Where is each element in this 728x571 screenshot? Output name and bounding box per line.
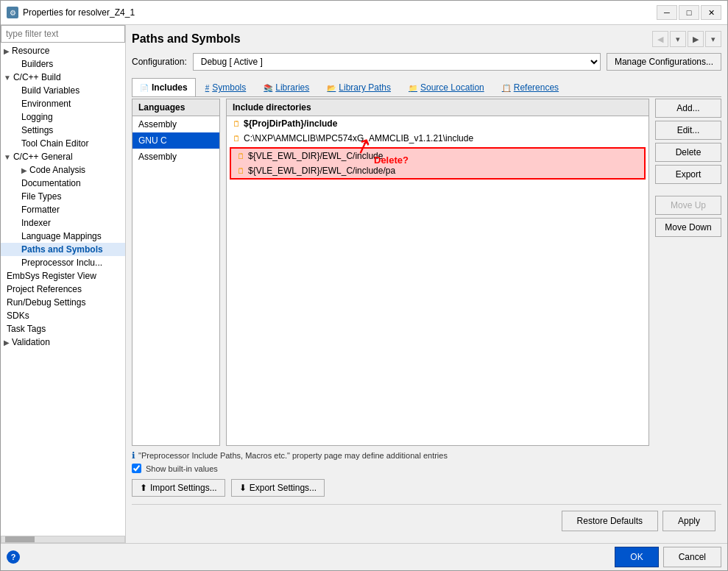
libraries-tab-icon: 📚 xyxy=(264,84,272,92)
panel-title: Paths and Symbols xyxy=(132,32,241,46)
sidebar-item-language-mappings[interactable]: Language Mappings xyxy=(1,230,125,243)
move-up-button[interactable]: Move Up xyxy=(655,196,721,215)
manage-configurations-button[interactable]: Manage Configurations... xyxy=(607,53,721,71)
dir-item-3[interactable]: 🗒 ${VLE_EWL_DIR}/EWL_C/include xyxy=(231,149,644,163)
dir-icon-4: 🗒 xyxy=(237,166,245,175)
scrollbar-thumb xyxy=(5,536,35,542)
sidebar-item-task-tags[interactable]: Task Tags xyxy=(1,322,125,336)
sidebar-item-validation[interactable]: ▶ Validation xyxy=(1,336,125,349)
library-paths-tab-icon: 📂 xyxy=(327,84,336,92)
dir-item-1[interactable]: 🗒 ${ProjDirPath}/include xyxy=(227,116,649,131)
nav-dropdown2-button[interactable]: ▾ xyxy=(705,31,721,47)
dir-item-4[interactable]: 🗒 ${VLE_EWL_DIR}/EWL_C/include/pa xyxy=(231,163,644,178)
sidebar-item-cpp-general[interactable]: ▼ C/C++ General xyxy=(1,150,125,163)
language-assembly2[interactable]: Assembly xyxy=(132,149,219,165)
sidebar-item-logging[interactable]: Logging xyxy=(1,110,125,124)
properties-dialog: ⚙ Properties for resolver_Z4_1 ─ □ ✕ ▶ R… xyxy=(0,0,728,571)
sidebar-scrollbar[interactable] xyxy=(1,536,125,543)
config-row: Configuration: Debug [ Active ] Manage C… xyxy=(132,53,721,71)
sidebar-item-formatter[interactable]: Formatter xyxy=(1,203,125,216)
panel-header: Paths and Symbols ◀ ▾ ▶ ▾ xyxy=(132,31,721,47)
sidebar-item-run-debug[interactable]: Run/Debug Settings xyxy=(1,296,125,309)
sidebar-item-embsys[interactable]: EmbSys Register View xyxy=(1,269,125,283)
dir-item-2[interactable]: 🗒 C:\NXP\AMMCLIB\MPC574xG_AMMCLIB_v1.1.2… xyxy=(227,131,649,146)
red-highlight-box: 🗒 ${VLE_EWL_DIR}/EWL_C/include 🗒 ${VLE_E… xyxy=(230,147,646,180)
maximize-button[interactable]: □ xyxy=(679,5,699,20)
config-label: Configuration: xyxy=(132,57,187,67)
filter-input[interactable] xyxy=(1,25,125,43)
bottom-info: ℹ "Preprocessor Include Paths, Macros et… xyxy=(132,446,721,504)
include-dirs-header: Include directories xyxy=(227,99,649,116)
sidebar-item-builders[interactable]: Builders xyxy=(1,57,125,71)
arrow-icon-4: ▶ xyxy=(21,166,27,174)
delete-button[interactable]: Delete xyxy=(655,143,721,162)
help-icon[interactable]: ? xyxy=(7,550,20,564)
sidebar-item-preprocessor-include[interactable]: Preprocessor Inclu... xyxy=(1,256,125,269)
source-location-tab-icon: 📁 xyxy=(409,84,417,92)
window-controls: ─ □ ✕ xyxy=(657,5,721,20)
tab-symbols[interactable]: # Symbols xyxy=(197,78,255,96)
sidebar-item-indexer[interactable]: Indexer xyxy=(1,216,125,230)
import-export-row: ⬆ Import Settings... ⬇ Export Settings..… xyxy=(132,476,721,500)
minimize-button[interactable]: ─ xyxy=(657,5,677,20)
dir-icon-1: 🗒 xyxy=(233,119,241,128)
info-icon: ℹ xyxy=(132,450,135,461)
tab-library-paths[interactable]: 📂 Library Paths xyxy=(319,78,399,96)
sidebar-item-resource[interactable]: ▶ Resource xyxy=(1,44,125,57)
language-gnu-c[interactable]: GNU C xyxy=(132,132,219,149)
languages-header: Languages xyxy=(132,99,219,116)
sidebar-item-settings[interactable]: Settings xyxy=(1,124,125,137)
panel-nav: ◀ ▾ ▶ ▾ xyxy=(652,31,721,47)
languages-panel: Languages Assembly GNU C Assembly xyxy=(132,99,220,446)
tab-source-location[interactable]: 📁 Source Location xyxy=(400,78,492,96)
sidebar-item-tool-chain-editor[interactable]: Tool Chain Editor xyxy=(1,137,125,150)
export-settings-button[interactable]: ⬇ Export Settings... xyxy=(231,479,325,497)
include-dirs-panel: Include directories 🗒 ${ProjDirPath}/inc… xyxy=(226,99,649,446)
arrow-icon-2: ▼ xyxy=(4,74,11,82)
tabs-bar: 📄 Includes # Symbols 📚 Libraries 📂 Libra… xyxy=(132,78,721,97)
dir-icon-3: 🗒 xyxy=(237,152,245,160)
restore-defaults-button[interactable]: Restore Defaults xyxy=(562,511,658,531)
sidebar-item-code-analysis[interactable]: ▶ Code Analysis xyxy=(1,163,125,177)
sidebar: ▶ Resource Builders ▼ C/C++ Build Build … xyxy=(1,25,126,543)
bottom-left: ? xyxy=(7,550,20,564)
arrow-icon-3: ▼ xyxy=(4,153,11,161)
tab-references[interactable]: 📋 References xyxy=(494,78,567,96)
includes-tab-icon: 📄 xyxy=(140,84,149,92)
ok-button[interactable]: OK xyxy=(615,547,658,567)
close-button[interactable]: ✕ xyxy=(701,5,721,20)
cancel-button[interactable]: Cancel xyxy=(663,547,721,567)
sidebar-item-documentation[interactable]: Documentation xyxy=(1,177,125,190)
sidebar-item-paths-and-symbols[interactable]: Paths and Symbols xyxy=(1,243,125,256)
sidebar-item-sdks[interactable]: SDKs xyxy=(1,309,125,322)
tree: ▶ Resource Builders ▼ C/C++ Build Build … xyxy=(1,43,125,534)
sidebar-item-environment[interactable]: Environment xyxy=(1,97,125,110)
edit-button[interactable]: Edit... xyxy=(655,121,721,140)
tab-includes[interactable]: 📄 Includes xyxy=(132,78,196,96)
title-bar: ⚙ Properties for resolver_Z4_1 ─ □ ✕ xyxy=(1,1,727,25)
action-buttons: Add... Edit... Delete Export Move Up Mov… xyxy=(655,99,721,446)
tab-content: Languages Assembly GNU C Assembly Includ… xyxy=(132,99,721,446)
add-button[interactable]: Add... xyxy=(655,99,721,118)
export-button[interactable]: Export xyxy=(655,165,721,184)
nav-forward-button[interactable]: ▶ xyxy=(688,31,704,47)
nav-back-button[interactable]: ◀ xyxy=(652,31,668,47)
show-builtin-checkbox[interactable] xyxy=(132,464,141,473)
import-icon: ⬆ xyxy=(140,483,147,493)
sidebar-item-project-references[interactable]: Project References xyxy=(1,283,125,296)
sidebar-item-build-variables[interactable]: Build Variables xyxy=(1,84,125,97)
config-select[interactable]: Debug [ Active ] xyxy=(193,53,601,71)
include-dirs-wrapper: Include directories 🗒 ${ProjDirPath}/inc… xyxy=(226,99,649,446)
sidebar-item-cpp-build[interactable]: ▼ C/C++ Build xyxy=(1,71,125,84)
symbols-tab-icon: # xyxy=(205,84,210,92)
bottom-bar: ? OK Cancel xyxy=(1,543,727,570)
apply-button[interactable]: Apply xyxy=(662,511,715,531)
show-builtin-row: Show built-in values xyxy=(132,461,721,476)
nav-dropdown1-button[interactable]: ▾ xyxy=(670,31,686,47)
import-settings-button[interactable]: ⬆ Import Settings... xyxy=(132,479,225,497)
language-assembly1[interactable]: Assembly xyxy=(132,116,219,132)
tab-libraries[interactable]: 📚 Libraries xyxy=(255,78,317,96)
red-box-container: 🗒 ${VLE_EWL_DIR}/EWL_C/include 🗒 ${VLE_E… xyxy=(227,147,649,180)
move-down-button[interactable]: Move Down xyxy=(655,218,721,237)
sidebar-item-file-types[interactable]: File Types xyxy=(1,190,125,203)
